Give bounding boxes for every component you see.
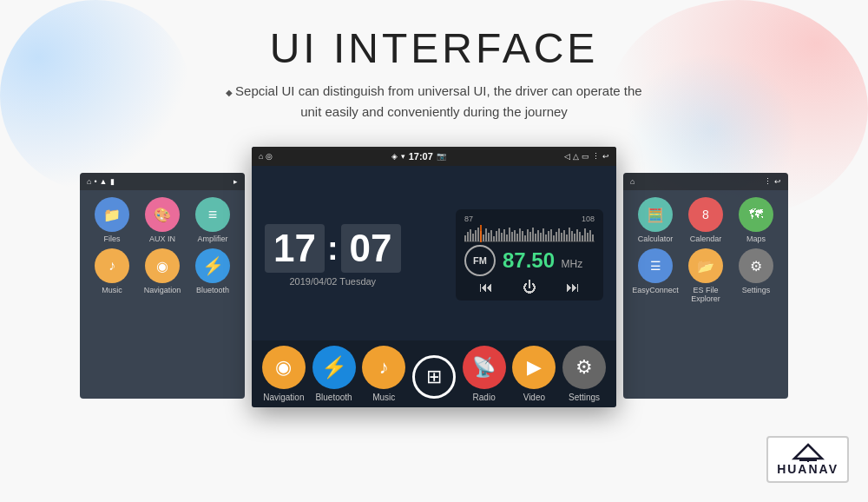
files-label: Files (103, 234, 120, 243)
list-item[interactable]: 8 Calendar (683, 197, 728, 243)
status-left-icons: ⌂ • ▲ ▮ (87, 177, 115, 186)
header-section: UI INTERFACE Sepcial UI can distinguish … (0, 0, 868, 138)
center-screen: ⌂ ◎ ◈ ▾ 17:07 📷 ◁ △ ▭ ⋮ ↩ (252, 147, 616, 407)
list-item[interactable]: ☰ EasyConnect (633, 248, 678, 303)
prev-track-btn[interactable]: ⏮ (479, 280, 493, 295)
list-item[interactable]: ◉ Navigation (262, 346, 306, 402)
right-back-icon: ↩ (774, 177, 781, 186)
right-status-bar: ⌂ ⋮ ↩ (623, 173, 788, 190)
svg-rect-8 (483, 234, 484, 241)
list-item[interactable]: 🧮 Calculator (633, 197, 678, 243)
clock-radio-row: 17 : 07 2019/04/02 Tuesday 87 108 (252, 166, 616, 340)
svg-rect-3 (470, 229, 471, 241)
center-status-bar: ⌂ ◎ ◈ ▾ 17:07 📷 ◁ △ ▭ ⋮ ↩ (252, 147, 616, 166)
list-item[interactable]: ⚡ Bluetooth (312, 346, 356, 402)
screens-container: ⌂ • ▲ ▮ ▸ 📁 Files 🎨 AUX IN ≡ Am (0, 147, 868, 407)
svg-rect-48 (587, 233, 589, 241)
left-screen: ⌂ • ▲ ▮ ▸ 📁 Files 🎨 AUX IN ≡ Am (80, 173, 245, 399)
svg-rect-16 (503, 229, 505, 241)
list-item[interactable]: ⚡ Bluetooth (190, 248, 235, 294)
nav-app-label: Navigation (263, 393, 304, 402)
list-item[interactable]: ♪ Music (89, 248, 135, 294)
left-apps-grid: 📁 Files 🎨 AUX IN ≡ Amplifier ♪ Music ◉ N… (80, 190, 245, 301)
amplifier-icon: ≡ (195, 197, 230, 232)
svg-rect-40 (566, 234, 568, 241)
screen-icon: ▭ (582, 152, 589, 161)
list-item[interactable]: 📡 Radio (463, 346, 506, 402)
header-subtitle: Sepcial UI can distinguish from universa… (17, 81, 851, 122)
list-item[interactable]: 📁 Files (89, 197, 135, 243)
list-item[interactable]: 🎨 AUX IN (140, 197, 185, 243)
radio-freq-value: 87.50 MHz (503, 248, 582, 273)
svg-rect-45 (579, 232, 581, 241)
clock-hours: 17 (265, 224, 325, 273)
music-label: Music (102, 286, 122, 294)
right-settings-icon: ⚙ (739, 248, 773, 283)
calendar-label: Calendar (690, 234, 722, 243)
navigation-label: Navigation (144, 286, 181, 294)
svg-rect-12 (493, 236, 495, 241)
right-apps-grid: 🧮 Calculator 8 Calendar 🗺 Maps ☰ EasyCon… (623, 190, 788, 310)
radio-freq-viz (464, 225, 595, 242)
svg-rect-21 (516, 234, 518, 241)
svg-rect-44 (576, 229, 578, 241)
grid-app-icon: ⊞ (412, 355, 456, 399)
list-item[interactable]: ♪ Music (362, 346, 405, 402)
maps-label: Maps (746, 234, 766, 243)
right-screen: ⌂ ⋮ ↩ 🧮 Calculator 8 Calendar 🗺 Maps (623, 173, 788, 399)
list-item[interactable]: ⊞ (412, 355, 456, 402)
music-icon: ♪ (95, 248, 129, 283)
svg-rect-50 (592, 234, 594, 241)
freq-end: 108 (582, 215, 595, 223)
svg-rect-33 (548, 231, 549, 241)
music-app-label: Music (372, 393, 395, 402)
auxin-label: AUX IN (149, 234, 175, 243)
list-item[interactable]: ≡ Amplifier (190, 197, 235, 243)
svg-rect-46 (582, 235, 583, 241)
video-app-icon: ▶ (512, 346, 556, 389)
brand-logo: HUANAV (766, 436, 849, 483)
next-track-btn[interactable]: ⏭ (566, 280, 580, 295)
svg-rect-36 (556, 232, 557, 241)
list-item[interactable]: 🗺 Maps (733, 197, 779, 243)
svg-rect-24 (524, 235, 526, 241)
svg-rect-25 (527, 229, 529, 241)
radio-section: 87 108 (456, 209, 603, 301)
freq-svg (464, 225, 595, 242)
radio-unit: MHz (562, 258, 583, 270)
esfile-label: ES File Explorer (683, 286, 728, 303)
center-status-right: ◁ △ ▭ ⋮ ↩ (564, 152, 609, 161)
video-app-label: Video (523, 393, 545, 402)
bluetooth-label: Bluetooth (196, 286, 229, 294)
center-apps-row: ◉ Navigation ⚡ Bluetooth ♪ Music ⊞ (252, 340, 616, 407)
left-status-bar: ⌂ • ▲ ▮ ▸ (80, 173, 245, 190)
clock-date: 2019/04/02 Tuesday (265, 276, 401, 287)
svg-rect-29 (537, 230, 539, 241)
list-item[interactable]: ▶ Video (512, 346, 556, 402)
home-icon: ⌂ (259, 152, 263, 161)
maps-icon: 🗺 (739, 197, 773, 232)
svg-rect-49 (589, 230, 591, 241)
svg-rect-28 (535, 234, 536, 241)
list-item[interactable]: ⚙ Settings (562, 346, 606, 402)
dot-icon: • (94, 177, 96, 186)
clock-display: 17 : 07 (265, 224, 401, 273)
list-item[interactable]: ◉ Navigation (140, 248, 185, 294)
radio-fm-label: FM (473, 255, 487, 266)
right-settings-label: Settings (742, 286, 771, 294)
svg-rect-20 (514, 230, 516, 241)
navigation-icon: ◉ (145, 248, 180, 283)
svg-rect-51 (480, 225, 482, 242)
settings-app-label: Settings (569, 393, 600, 402)
list-item[interactable]: 📂 ES File Explorer (683, 248, 728, 303)
list-item[interactable]: ⚙ Settings (733, 248, 779, 303)
logo-graphic (791, 443, 825, 462)
power-btn[interactable]: ⏻ (523, 280, 536, 295)
clock-minutes: 07 (341, 224, 401, 273)
wifi-icon: ▸ (233, 177, 238, 186)
nav-app-icon: ◉ (262, 346, 306, 389)
easyconnect-icon: ☰ (638, 248, 673, 283)
nav-icon: ◎ (266, 152, 273, 161)
music-app-icon: ♪ (362, 346, 405, 389)
svg-marker-52 (794, 445, 822, 459)
